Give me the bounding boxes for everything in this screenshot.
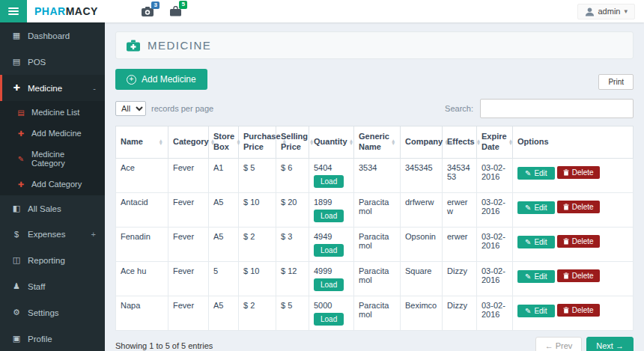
edit-icon: ✎ [16,155,25,163]
sidebar-subitem-label: Medicine List [31,108,79,117]
sidebar-item-label: Profile [28,335,96,344]
table-row: Ace Fever A1 $ 5 $ 6 5404Load 3534 34534… [116,158,634,192]
search-input[interactable] [480,99,634,118]
cell-quantity: 5404Load [309,158,354,192]
edit-button[interactable]: ✎Edit [517,270,555,283]
cell-generic-name: Paracitamol [354,227,401,261]
column-header-quantity[interactable]: Quantity▲▼ [309,126,354,159]
edit-button[interactable]: ✎Edit [517,305,555,317]
sidebar-subitem-label: Add Category [31,180,82,189]
staff-icon: ♟ [11,281,22,291]
sidebar-item-expenses[interactable]: $Expenses+ [0,222,105,247]
sidebar-item-staff[interactable]: ♟Staff [0,273,105,299]
pencil-icon: ✎ [525,204,531,212]
table-row: Antacid Fever A5 $ 10 $ 20 1899Load Para… [116,192,634,227]
column-header-company[interactable]: Company▲▼ [401,126,443,159]
cell-company: Opsonin [401,227,443,261]
edit-button[interactable]: ✎Edit [517,236,555,248]
cell-expire-date: 03-02-2016 [477,296,513,330]
load-button[interactable]: Load [314,278,344,291]
cell-selling-price: $ 3 [276,227,309,261]
sidebar-item-all-sales[interactable]: ◧All Sales [0,195,105,222]
sidebar-subitem-medicine-list[interactable]: ▤Medicine List [0,102,105,123]
quantity-value: 1899 [314,198,349,207]
table-row: Fenadin Fever A5 $ 2 $ 3 4949Load Paraci… [116,227,634,261]
cell-purchase-price: $ 2 [239,227,276,261]
cell-category: Fever [168,227,209,261]
next-page-button[interactable]: Next → [586,337,634,351]
notification-badge: 3 [151,1,159,10]
delete-button[interactable]: Delete [557,304,600,317]
cell-options: ✎Edit Delete [513,158,634,192]
cell-options: ✎Edit Delete [513,192,634,227]
column-header-category[interactable]: Category▲▼ [168,126,209,159]
cell-options: ✎Edit Delete [513,261,634,296]
column-header-effects[interactable]: Effects▲▼ [443,126,477,159]
edit-button[interactable]: ✎Edit [517,167,555,180]
topbar: PHARMACY 35 admin ▾ [0,0,644,22]
column-header-name[interactable]: Name▲▼ [116,126,168,159]
settings-icon: ⚙ [11,308,22,317]
cell-expire-date: 03-02-2016 [477,158,513,192]
edit-button[interactable]: ✎Edit [517,201,555,214]
reporting-icon: ◫ [11,255,22,265]
pagination: ← Prev Next → [535,337,634,351]
cell-category: Fever [168,158,209,192]
column-header-purchase-price[interactable]: Purchase Price▲▼ [239,126,276,159]
cell-effects: erwerw [443,192,477,227]
cell-category: Fever [168,296,209,330]
delete-button[interactable]: Delete [557,166,600,179]
column-header-generic-name[interactable]: Generic Name▲▼ [354,126,401,159]
user-avatar-icon [585,7,595,16]
sidebar-subitem-add-category[interactable]: ✚Add Category [0,174,105,195]
delete-button[interactable]: Delete [557,235,600,248]
sort-icon: ▲▼ [159,139,163,145]
cell-name: Fenadin [116,227,168,261]
sidebar-item-settings[interactable]: ⚙Settings [0,299,105,326]
sidebar-item-pos[interactable]: ▤POS [0,49,105,75]
sort-icon: ▲▼ [236,139,240,145]
user-menu[interactable]: admin ▾ [577,4,636,19]
cell-company: 345345 [401,158,443,192]
add-medicine-label: Add Medicine [142,74,196,85]
sidebar-toggle-button[interactable] [0,0,27,22]
list-icon: ▤ [16,109,25,117]
add-medicine-button[interactable]: + Add Medicine [115,69,207,90]
column-label: Purchase Price [243,132,281,153]
delete-button[interactable]: Delete [557,269,600,282]
sidebar-item-dashboard[interactable]: ▦Dashboard [0,22,105,49]
notification-bag-icon[interactable]: 5 [170,6,181,16]
load-button[interactable]: Load [314,313,344,326]
cell-purchase-price: $ 5 [239,158,276,192]
sidebar: ▦Dashboard▤POS✚Medicine-▤Medicine List✚A… [0,22,105,351]
column-header-store-box[interactable]: Store Box▲▼ [209,126,239,159]
column-header-selling-price[interactable]: Selling Price▲▼ [276,126,309,159]
sidebar-subitem-medicine-category[interactable]: ✎Medicine Category [0,144,105,174]
delete-button[interactable]: Delete [557,201,600,213]
profile-icon: ▣ [11,334,22,344]
cell-category: Fever [168,261,209,296]
column-header-options: Options [513,126,634,159]
cell-effects: Dizzy [443,261,477,296]
cell-effects: erwer [443,227,477,261]
sidebar-submenu: ▤Medicine List✚Add Medicine✎Medicine Cat… [0,101,105,195]
sidebar-item-medicine[interactable]: ✚Medicine- [0,75,105,101]
search-box: Search: [445,99,634,118]
load-button[interactable]: Load [314,244,344,257]
column-label: Selling Price [281,132,308,153]
records-per-page: All records per page [115,101,213,116]
sidebar-item-profile[interactable]: ▣Profile [0,326,105,351]
records-per-page-select[interactable]: All [115,101,146,116]
table-row: Napa Fever A5 $ 2 $ 5 5000Load Paracitam… [116,296,634,330]
load-button[interactable]: Load [314,175,344,188]
sidebar-item-reporting[interactable]: ◫Reporting [0,247,105,273]
main-content: MEDICINE + Add Medicine Print All record… [105,22,644,351]
print-button[interactable]: Print [598,74,634,90]
sidebar-subitem-add-medicine[interactable]: ✚Add Medicine [0,123,105,144]
load-button[interactable]: Load [314,210,344,222]
prev-page-button[interactable]: ← Prev [535,337,583,351]
pencil-icon: ✎ [525,169,531,177]
notification-camera-icon[interactable]: 3 [142,7,154,16]
column-header-expire-date[interactable]: Expire Date▲▼ [477,126,513,159]
table-footer: Showing 1 to 5 of 5 entries ← Prev Next … [115,337,634,351]
